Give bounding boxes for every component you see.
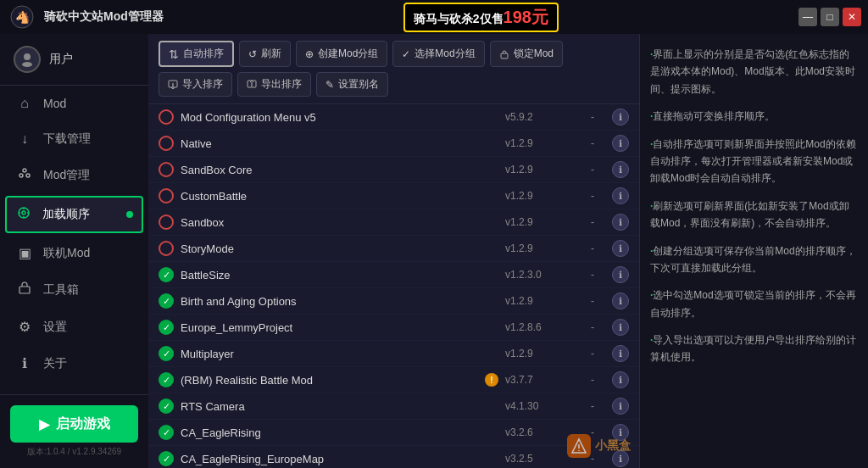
avatar	[14, 46, 41, 73]
mod-info-button[interactable]: ℹ	[612, 345, 629, 362]
import-button[interactable]: 导入排序	[159, 72, 232, 97]
launch-button[interactable]: ▶ 启动游戏	[10, 405, 138, 443]
svg-point-3	[22, 62, 32, 67]
mod-version: v3.2.5	[505, 453, 573, 465]
table-row[interactable]: CustomBattle v1.2.9 - ℹ	[148, 183, 639, 209]
table-row[interactable]: SandBox Core v1.2.9 - ℹ	[148, 157, 639, 183]
mod-version: v5.9.2	[505, 111, 573, 123]
sidebar-item-load-order[interactable]: 加载顺序	[5, 196, 143, 233]
help-paragraph: ·刷新选项可刷新界面(比如新安装了Mod或卸载Mod，界面没有刷新)，不会自动排…	[650, 198, 858, 232]
mod-extra: -	[580, 111, 605, 123]
warning-icon: !	[485, 373, 498, 387]
table-row[interactable]: ✓ CA_EagleRising v3.2.6 - ℹ	[148, 420, 639, 446]
table-row[interactable]: Native v1.2.9 - ℹ	[148, 131, 639, 157]
sidebar-item-mod[interactable]: ⌂ Mod	[0, 86, 148, 121]
app-logo: 🐴	[7, 2, 37, 32]
table-row[interactable]: ✓ Multiplayer v1.2.9 - ℹ	[148, 341, 639, 367]
import-icon	[168, 79, 178, 91]
mod-info-button[interactable]: ℹ	[612, 135, 629, 152]
sidebar-item-toolbox-label: 工具箱	[43, 282, 79, 298]
mod-area: ⇅ 自动排序 ↺ 刷新 ⊕ 创建Mod分组 ✓ 选择Mod分组	[148, 34, 639, 468]
table-row[interactable]: Sandbox v1.2.9 - ℹ	[148, 209, 639, 236]
sidebar-item-settings-label: 设置	[43, 320, 67, 335]
watermark-logo	[567, 434, 591, 458]
mod-status-icon	[159, 162, 174, 177]
mod-info-button[interactable]: ℹ	[612, 371, 629, 388]
mod-name: Sandbox	[181, 216, 498, 229]
mod-extra: -	[580, 321, 605, 333]
toolbox-icon	[16, 281, 33, 298]
mod-status-icon	[159, 241, 174, 256]
table-row[interactable]: ✓ RTS Camera v4.1.30 - ℹ	[148, 393, 639, 420]
mod-info-button[interactable]: ℹ	[612, 187, 629, 204]
sidebar: 用户 ⌂ Mod ↓ 下载管理 Mod管理	[0, 34, 148, 468]
help-paragraph: ·自动排序选项可则新界面并按照此Mod的依赖自动排序，每次打开管理器或者新安装M…	[650, 136, 858, 187]
mod-status-icon	[159, 136, 174, 151]
play-icon: ▶	[39, 416, 49, 432]
svg-rect-14	[501, 53, 508, 58]
sidebar-item-mod-label: Mod	[43, 97, 66, 110]
refresh-button[interactable]: ↺ 刷新	[239, 41, 291, 67]
table-row[interactable]: ✓ BattleSize v1.2.3.0 - ℹ	[148, 262, 639, 288]
mod-info-button[interactable]: ℹ	[612, 319, 629, 336]
mod-version: v1.2.9	[505, 190, 573, 202]
mod-info-button[interactable]: ℹ	[612, 398, 629, 415]
launch-label: 启动游戏	[56, 415, 110, 433]
lock-mod-button[interactable]: 锁定Mod	[490, 41, 563, 67]
online-icon: ▣	[16, 245, 33, 261]
table-row[interactable]: Mod Configuration Menu v5 v5.9.2 - ℹ	[148, 104, 639, 131]
create-group-button[interactable]: ⊕ 创建Mod分组	[296, 41, 387, 67]
auto-sort-button[interactable]: ⇅ 自动排序	[159, 41, 234, 67]
table-row[interactable]: ✓ Europe_LemmyProject v1.2.8.6 - ℹ	[148, 315, 639, 341]
mod-version: v3.2.6	[505, 426, 573, 438]
mod-info-button[interactable]: ℹ	[612, 161, 629, 178]
mod-info-button[interactable]: ℹ	[612, 240, 629, 257]
mod-extra: -	[580, 400, 605, 412]
sidebar-nav: ⌂ Mod ↓ 下载管理 Mod管理 加载顺序	[0, 86, 148, 394]
help-paragraph: ·导入导出选项可以方便用户导出排序给别的计算机使用。	[650, 332, 858, 366]
settings-icon: ⚙	[16, 319, 33, 335]
help-paragraph: ·选中勾选Mod选项可锁定当前的排序，不会再自动排序。	[650, 287, 858, 321]
rename-button[interactable]: ✎ 设置别名	[316, 72, 388, 97]
svg-text:🐴: 🐴	[15, 10, 31, 25]
close-button[interactable]: ✕	[843, 8, 861, 26]
maximize-button[interactable]: □	[821, 8, 839, 26]
content-area: ⇅ 自动排序 ↺ 刷新 ⊕ 创建Mod分组 ✓ 选择Mod分组	[148, 34, 868, 468]
sidebar-item-about-label: 关于	[43, 356, 67, 371]
table-row[interactable]: ✓ CA_EagleRising_EuropeMap v3.2.5 - ℹ	[148, 446, 639, 468]
mod-status-icon: ✓	[159, 398, 174, 414]
mod-status-icon: ✓	[159, 372, 174, 387]
sidebar-item-about[interactable]: ℹ 关于	[0, 345, 148, 382]
toolbar: ⇅ 自动排序 ↺ 刷新 ⊕ 创建Mod分组 ✓ 选择Mod分组	[148, 34, 639, 104]
refresh-icon: ↺	[248, 48, 257, 60]
sidebar-item-settings[interactable]: ⚙ 设置	[0, 309, 148, 345]
mod-info-button[interactable]: ℹ	[612, 292, 629, 309]
sidebar-item-download[interactable]: ↓ 下载管理	[0, 121, 148, 157]
mod-name: Birth and Aging Options	[181, 295, 498, 308]
mod-extra: -	[580, 216, 605, 228]
help-paragraph: ·直接拖动可变换排序顺序。	[650, 108, 858, 125]
table-row[interactable]: ✓ Birth and Aging Options v1.2.9 - ℹ	[148, 288, 639, 315]
table-row[interactable]: ✓ (RBM) Realistic Battle Mod ! v3.7.7 - …	[148, 367, 639, 393]
mod-info-button[interactable]: ℹ	[612, 109, 629, 125]
select-group-button[interactable]: ✓ 选择Mod分组	[392, 41, 484, 67]
mod-list: Mod Configuration Menu v5 v5.9.2 - ℹ Nat…	[148, 104, 639, 468]
mod-info-button[interactable]: ℹ	[612, 266, 629, 283]
table-row[interactable]: StoryMode v1.2.9 - ℹ	[148, 236, 639, 262]
mod-version: v1.2.9	[505, 295, 573, 307]
auto-sort-label: 自动排序	[183, 47, 224, 61]
mod-name: Native	[181, 137, 498, 150]
export-button[interactable]: 导出排序	[237, 72, 311, 97]
sidebar-item-toolbox[interactable]: 工具箱	[0, 271, 148, 309]
sidebar-item-mod-manage[interactable]: Mod管理	[0, 157, 148, 194]
rename-label: 设置别名	[338, 77, 379, 92]
mod-status-icon	[159, 109, 174, 125]
sidebar-item-online[interactable]: ▣ 联机Mod	[0, 235, 148, 271]
mod-name: Mod Configuration Menu v5	[181, 111, 498, 124]
mod-info-button[interactable]: ℹ	[612, 214, 629, 231]
minimize-button[interactable]: —	[798, 8, 817, 26]
watermark: 小黑盒	[567, 434, 631, 458]
mod-status-icon: ✓	[159, 320, 174, 335]
export-icon	[247, 79, 257, 91]
sidebar-user: 用户	[0, 34, 148, 86]
